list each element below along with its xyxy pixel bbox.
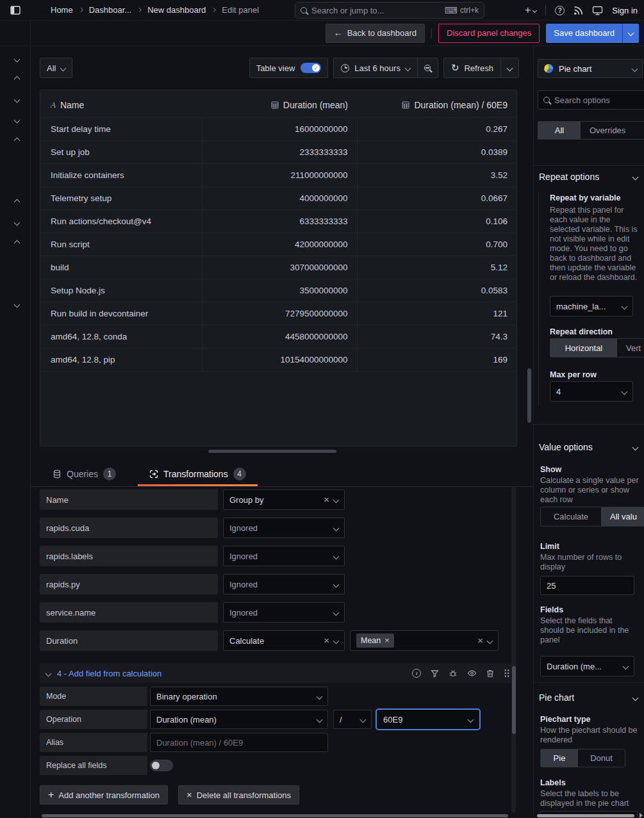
breadcrumb-item[interactable]: New dashboard (147, 5, 206, 15)
field-operation-select[interactable]: Ignored (223, 602, 345, 623)
operand-left-select[interactable]: Duration (mean) (150, 710, 328, 729)
chevron-down-icon[interactable] (12, 299, 22, 309)
news-icon[interactable] (574, 6, 583, 15)
operand-right-select[interactable]: 60E9 (377, 710, 479, 729)
chevron-down-icon[interactable] (12, 115, 22, 125)
save-dashboard-button[interactable]: Save dashboard (546, 24, 622, 43)
direction-vertical[interactable]: Vert (617, 339, 644, 357)
time-range-picker[interactable]: Last 6 hours (334, 58, 417, 78)
scrollbar-thumb[interactable] (512, 666, 516, 734)
type-pie[interactable]: Pie (541, 749, 578, 767)
field-operation-select[interactable]: Ignored (223, 518, 345, 538)
chevron-up-icon[interactable] (12, 74, 22, 84)
clear-icon[interactable] (324, 495, 329, 505)
field-operation-select[interactable]: Ignored (223, 574, 345, 594)
debug-icon[interactable] (449, 669, 458, 678)
chevron-down-icon[interactable] (12, 217, 22, 227)
back-to-dashboard-button[interactable]: Back to dashboard (326, 24, 425, 43)
replace-all-fields-toggle[interactable] (150, 760, 173, 771)
aggregation-select[interactable]: Mean (350, 630, 499, 651)
breadcrumb-item[interactable]: Dashboar... (89, 5, 132, 15)
tab-overrides[interactable]: Overrides (581, 122, 634, 139)
chevron-up-icon[interactable] (12, 197, 22, 207)
refresh-button[interactable]: Refresh (444, 58, 500, 78)
table-horizontal-scrollbar[interactable] (208, 450, 336, 453)
sidebar-toggle-icon[interactable] (10, 4, 21, 16)
chevron-down-icon[interactable] (12, 54, 22, 64)
chevron-up-icon[interactable] (12, 238, 22, 248)
transformations-vertical-scrollbar[interactable] (511, 487, 516, 813)
discard-panel-changes-button[interactable]: Discard panel changes (438, 24, 540, 43)
breadcrumb-item[interactable]: Home (51, 5, 73, 15)
main-vertical-scrollbar[interactable] (527, 368, 531, 423)
global-search[interactable]: ctrl+k (295, 2, 484, 19)
new-menu-button[interactable] (525, 4, 536, 16)
drag-handle-icon[interactable] (504, 669, 510, 678)
column-header[interactable]: AName (40, 93, 202, 117)
cell-value: 16000000000 (202, 117, 357, 140)
help-icon[interactable] (555, 6, 565, 15)
monitor-icon[interactable] (592, 6, 603, 15)
cell-value: 7279500000000 (202, 302, 357, 325)
clear-icon[interactable] (477, 635, 483, 646)
fields-label: Fields (540, 605, 563, 614)
repeat-variable-select[interactable]: machine_la... (550, 296, 633, 316)
tab-queries[interactable]: Queries 1 (50, 461, 119, 486)
limit-input[interactable] (547, 581, 628, 591)
tab-transformations[interactable]: Transformations 4 (147, 461, 249, 486)
tab-all[interactable]: All (538, 122, 581, 139)
chevron-up-icon[interactable] (12, 135, 22, 145)
max-per-row-select[interactable]: 4 (550, 381, 633, 402)
options-search[interactable] (538, 90, 644, 110)
show-calculate[interactable]: Calculate (541, 507, 601, 526)
save-dashboard-caret-button[interactable] (622, 24, 639, 43)
cell-value: 5.12 (357, 256, 516, 279)
transformation-title[interactable]: 4 - Add field from calculation (57, 669, 161, 678)
clear-icon[interactable] (324, 635, 329, 646)
panel-edit-actions: Back to dashboard Discard panel changes … (0, 20, 644, 46)
options-search-input[interactable] (554, 95, 641, 105)
filter-icon[interactable] (431, 669, 439, 678)
options-horizontal-scrollbar[interactable] (537, 814, 634, 817)
operator-select[interactable]: / (333, 710, 372, 729)
variable-all-dropdown[interactable]: All (40, 58, 72, 78)
chevron-down-icon[interactable] (12, 94, 22, 104)
chevron-down-icon[interactable] (45, 670, 52, 676)
mode-row: Mode Binary operation (40, 687, 533, 706)
eye-icon[interactable] (467, 669, 477, 677)
repeat-options-header[interactable]: Repeat options (539, 172, 638, 182)
mode-select[interactable]: Binary operation (150, 687, 328, 706)
cell-value: 2333333333 (202, 140, 357, 163)
field-operation-select[interactable]: Group by (223, 489, 345, 510)
value-options-header[interactable]: Value options (539, 442, 638, 452)
column-header[interactable]: Duration (mean) (202, 93, 357, 117)
trash-icon[interactable] (486, 669, 494, 678)
field-operation-select[interactable]: Calculate (223, 630, 345, 651)
delete-all-transformations-button[interactable]: Delete all transformations (178, 785, 299, 805)
alias-input[interactable] (156, 738, 322, 748)
remove-aggregation-icon[interactable] (384, 636, 390, 645)
add-transformation-button[interactable]: Add another transformation (40, 785, 168, 805)
type-donut[interactable]: Donut (578, 749, 625, 767)
time-range-value: Last 6 hours (354, 63, 400, 73)
fields-select[interactable]: Duration (me... (540, 656, 634, 676)
search-input[interactable] (311, 6, 440, 15)
breadcrumb-item[interactable]: Edit panel (222, 5, 259, 15)
refresh-interval-dropdown[interactable] (500, 58, 518, 78)
arrow-left-icon (334, 28, 343, 38)
visualization-picker[interactable]: Pie chart (538, 59, 643, 78)
table-view-toggle[interactable]: ✓ (301, 63, 321, 73)
field-operation-select[interactable]: Ignored (223, 546, 345, 566)
groupby-rows: NameGroup byrapids.cudaIgnoredrapids.lab… (31, 489, 533, 651)
transform-field-row: DurationCalculateMean (40, 630, 533, 651)
column-header[interactable]: Duration (mean) / 60E9 (357, 93, 516, 117)
zoom-out-button[interactable] (417, 58, 438, 78)
sign-in-button[interactable]: Sign in (612, 6, 638, 15)
pie-chart-options-header[interactable]: Pie chart (539, 692, 638, 703)
cell-value: 42000000000 (202, 233, 357, 256)
info-icon[interactable]: i (412, 669, 421, 678)
direction-horizontal[interactable]: Horizontal (550, 339, 617, 357)
transformations-horizontal-scrollbar[interactable] (42, 814, 508, 817)
cell-name: Telemetry setup (40, 186, 202, 209)
show-all-values[interactable]: All valu (601, 507, 644, 526)
